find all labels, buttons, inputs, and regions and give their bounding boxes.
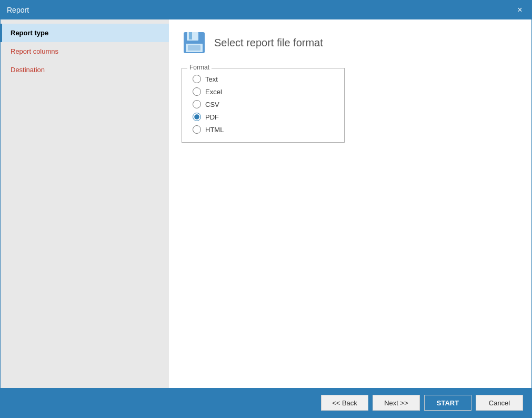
next-button[interactable]: Next >>	[373, 395, 420, 411]
format-option-text[interactable]: Text	[193, 75, 334, 83]
main-title: Select report file format	[214, 37, 323, 49]
dialog-body: Report type Report columns Destination	[1, 19, 531, 388]
dialog-title: Report	[7, 6, 29, 14]
label-html[interactable]: HTML	[205, 126, 224, 134]
svg-rect-4	[188, 45, 200, 51]
floppy-disk-icon	[182, 30, 207, 55]
report-dialog: Report × Report type Report columns Dest…	[0, 0, 532, 418]
sidebar-item-destination[interactable]: Destination	[1, 61, 169, 79]
label-text[interactable]: Text	[205, 75, 218, 83]
format-option-excel[interactable]: Excel	[193, 87, 334, 96]
back-button[interactable]: << Back	[321, 395, 368, 411]
format-option-pdf[interactable]: PDF	[193, 113, 334, 121]
radio-excel[interactable]	[193, 87, 201, 96]
radio-text[interactable]	[193, 75, 201, 83]
svg-rect-1	[187, 32, 198, 41]
radio-html[interactable]	[193, 125, 201, 134]
format-group: Format Text Excel CSV PDF	[182, 68, 345, 143]
label-excel[interactable]: Excel	[205, 88, 222, 96]
sidebar: Report type Report columns Destination	[1, 19, 169, 388]
title-bar: Report ×	[1, 1, 531, 19]
sidebar-item-report-type[interactable]: Report type	[1, 24, 169, 42]
cancel-button[interactable]: Cancel	[476, 395, 523, 411]
sidebar-item-report-columns[interactable]: Report columns	[1, 42, 169, 61]
radio-pdf[interactable]	[193, 113, 201, 121]
format-legend: Format	[187, 64, 212, 71]
footer: << Back Next >> START Cancel	[1, 388, 531, 417]
start-button[interactable]: START	[424, 395, 471, 411]
close-button[interactable]: ×	[515, 5, 525, 15]
main-content: Select report file format Format Text Ex…	[169, 19, 531, 388]
format-option-html[interactable]: HTML	[193, 125, 334, 134]
svg-rect-2	[189, 32, 192, 39]
label-csv[interactable]: CSV	[205, 101, 219, 108]
format-option-csv[interactable]: CSV	[193, 100, 334, 108]
label-pdf[interactable]: PDF	[205, 113, 219, 121]
main-header: Select report file format	[182, 30, 519, 55]
radio-csv[interactable]	[193, 100, 201, 108]
